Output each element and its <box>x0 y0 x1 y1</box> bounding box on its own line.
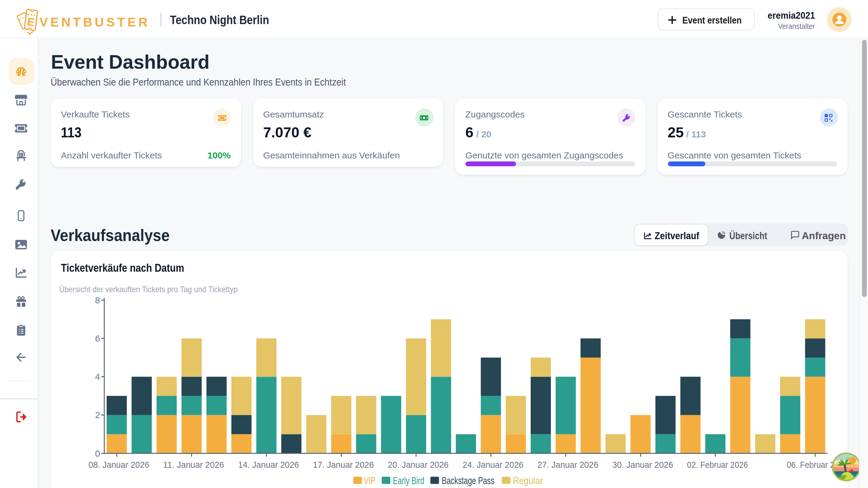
svg-text:E: E <box>27 15 36 29</box>
svg-text:0: 0 <box>95 449 100 458</box>
svg-text:8: 8 <box>95 295 100 305</box>
svg-text:30. Januar 2026: 30. Januar 2026 <box>612 460 673 469</box>
svg-text:17. Januar 2026: 17. Januar 2026 <box>313 460 374 469</box>
svg-text:Backstage Pass: Backstage Pass <box>442 475 495 486</box>
svg-text:4: 4 <box>95 372 100 382</box>
svg-text:20. Januar 2026: 20. Januar 2026 <box>388 460 448 469</box>
svg-text:VIP: VIP <box>364 475 375 486</box>
svg-text:2: 2 <box>95 410 100 420</box>
svg-text:08. Januar 2026: 08. Januar 2026 <box>88 460 149 469</box>
svg-text:14. Januar 2026: 14. Januar 2026 <box>238 460 299 469</box>
svg-text:Regular: Regular <box>513 475 543 486</box>
svg-text:02. Februar 2026: 02. Februar 2026 <box>687 460 748 469</box>
svg-text:Early Bird: Early Bird <box>393 475 424 486</box>
svg-text:11. Januar 2026: 11. Januar 2026 <box>163 460 224 469</box>
svg-text:24. Januar 2026: 24. Januar 2026 <box>463 460 524 469</box>
svg-text:27. Januar 2026: 27. Januar 2026 <box>537 460 598 469</box>
svg-text:6: 6 <box>95 333 100 344</box>
